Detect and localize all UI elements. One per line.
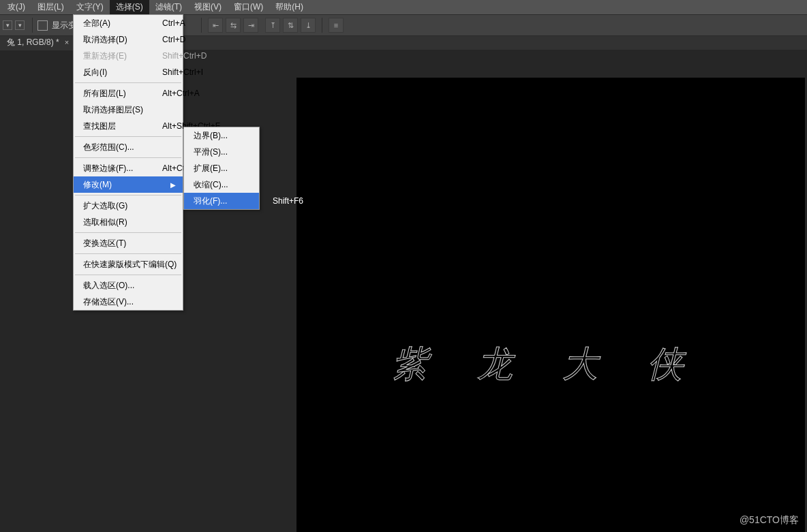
modify-submenu-dropdown: 边界(B)... 平滑(S)... 扩展(E)... 收缩(C)... 羽化(F… [183, 127, 260, 210]
align-center-h-icon[interactable]: ⇆ [226, 18, 241, 33]
align-bottom-icon[interactable]: ⤓ [301, 18, 316, 33]
divider [322, 18, 322, 33]
canvas[interactable]: 紫 龙 大 侠 [296, 78, 805, 532]
menu-separator [75, 253, 181, 254]
distribute-icon[interactable]: ≡ [329, 18, 344, 33]
menu-quick-mask[interactable]: 在快速蒙版模式下编辑(Q) [74, 256, 183, 272]
menu-save-selection[interactable]: 存储选区(V)... [74, 294, 183, 310]
menu-separator [75, 275, 181, 275]
menu-reselect: 重新选择(E)Shift+Ctrl+D [74, 48, 183, 64]
divider [32, 18, 33, 33]
menu-refine-edge[interactable]: 调整边缘(F)...Alt+Ctrl+R [74, 160, 183, 176]
menu-all-layers[interactable]: 所有图层(L)Alt+Ctrl+A [74, 85, 183, 101]
tool-preset-dropdown[interactable]: ▾ [3, 20, 12, 30]
menu-inverse[interactable]: 反向(I)Shift+Ctrl+I [74, 64, 183, 80]
menu-item-view[interactable]: 视图(V) [188, 0, 228, 14]
align-center-v-icon[interactable]: ⇅ [283, 18, 298, 33]
menu-separator [75, 232, 181, 233]
menu-grow[interactable]: 扩大选取(G) [74, 198, 183, 214]
menu-item-window[interactable]: 窗口(W) [228, 0, 269, 14]
menu-transform-selection[interactable]: 变换选区(T) [74, 235, 183, 251]
show-transform-checkbox[interactable] [37, 20, 48, 31]
menu-separator [75, 195, 181, 195]
menubar: 攻(J) 图层(L) 文字(Y) 选择(S) 滤镜(T) 视图(V) 窗口(W)… [0, 0, 807, 14]
menu-select-all[interactable]: 全部(A)Ctrl+A [74, 15, 183, 31]
menu-separator [75, 82, 181, 83]
divider [201, 18, 202, 33]
menu-item-layer[interactable]: 图层(L) [31, 0, 70, 14]
document-tab-title: 兔 1, RGB/8) * [7, 37, 59, 48]
menu-item-select[interactable]: 选择(S) [110, 0, 149, 14]
menu-contract[interactable]: 收缩(C)... [184, 176, 259, 193]
menu-similar[interactable]: 选取相似(R) [74, 214, 183, 230]
menu-deselect-layers[interactable]: 取消选择图层(S) [74, 101, 183, 118]
menu-feather[interactable]: 羽化(F)...Shift+F6 [184, 193, 259, 209]
menu-load-selection[interactable]: 载入选区(O)... [74, 277, 183, 294]
submenu-arrow-icon: ▶ [170, 181, 176, 189]
document-tab[interactable]: 兔 1, RGB/8) * × [0, 35, 74, 50]
menu-item-text[interactable]: 文字(Y) [70, 0, 110, 14]
watermark: @51CTO博客 [740, 514, 799, 527]
menu-item-help[interactable]: 帮助(H) [269, 0, 309, 14]
canvas-selection-text: 紫 龙 大 侠 [392, 341, 703, 388]
select-menu-dropdown: 全部(A)Ctrl+A 取消选择(D)Ctrl+D 重新选择(E)Shift+C… [73, 14, 183, 311]
menu-expand[interactable]: 扩展(E)... [184, 160, 259, 176]
menu-border[interactable]: 边界(B)... [184, 127, 259, 144]
align-left-icon[interactable]: ⇤ [208, 18, 223, 33]
menu-modify[interactable]: 修改(M)▶ [74, 176, 183, 193]
menu-item-j[interactable]: 攻(J) [1, 0, 31, 14]
close-tab-icon[interactable]: × [65, 38, 69, 46]
tool-preset-dropdown-2[interactable]: ▾ [15, 20, 25, 30]
menu-separator [75, 157, 181, 158]
menu-deselect[interactable]: 取消选择(D)Ctrl+D [74, 31, 183, 48]
menu-color-range[interactable]: 色彩范围(C)... [74, 139, 183, 155]
menu-smooth[interactable]: 平滑(S)... [184, 144, 259, 160]
menu-separator [75, 136, 181, 137]
align-right-icon[interactable]: ⇥ [243, 18, 258, 33]
align-top-icon[interactable]: ⤒ [265, 18, 280, 33]
menu-find-layers[interactable]: 查找图层Alt+Shift+Ctrl+F [74, 118, 183, 134]
menu-item-filter[interactable]: 滤镜(T) [149, 0, 188, 14]
